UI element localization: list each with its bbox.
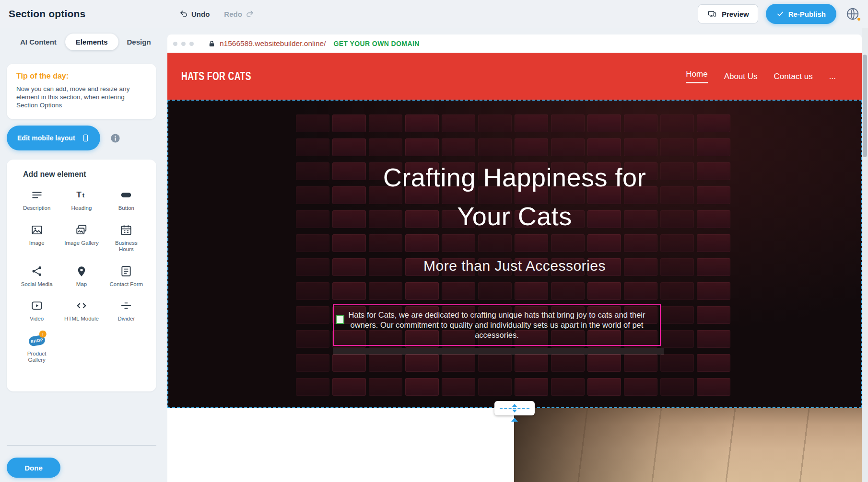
element-contact-form[interactable]: Contact Form [104, 264, 149, 288]
check-icon [776, 10, 784, 18]
info-icon[interactable] [110, 133, 121, 144]
window-dot [173, 42, 177, 46]
done-button[interactable]: Done [7, 458, 60, 478]
hero-tile [515, 354, 548, 372]
section-resize-arrow-icon [511, 418, 518, 422]
scrollbar[interactable] [862, 28, 868, 482]
redo-icon [246, 10, 254, 18]
sidebar-tabs: AI Content Elements Design [13, 34, 158, 50]
hero-heading-line2: Your Cats [457, 202, 572, 230]
image-gallery-icon [73, 222, 90, 238]
hero-tile [660, 306, 694, 324]
hero-subheading[interactable]: More than Just Accessories [167, 258, 862, 274]
hero-tile [369, 115, 402, 132]
element-heading[interactable]: TtHeading [59, 187, 104, 212]
hero-tile [697, 138, 730, 156]
hero-tile [515, 115, 548, 132]
element-label: Product Gallery [19, 351, 55, 364]
redo-button[interactable]: Redo [224, 10, 254, 18]
hero-tile [478, 378, 512, 396]
hero-tile [660, 234, 694, 252]
hero-body-text[interactable]: Hats for Cats, we are dedicated to craft… [339, 310, 655, 340]
element-business-hours[interactable]: Business Hours [104, 222, 149, 253]
element-divider[interactable]: Divider [104, 298, 149, 322]
site-header[interactable]: HATS FOR CATS Home About Us Contact us .… [167, 53, 862, 100]
element-resize-handle[interactable] [336, 315, 344, 324]
section-resize-handle[interactable] [494, 401, 535, 415]
element-product-gallery[interactable]: SHOP↑Product Gallery [14, 333, 59, 364]
scrollbar-thumb[interactable] [863, 55, 867, 157]
tab-elements[interactable]: Elements [65, 34, 118, 50]
hero-tile [405, 354, 439, 372]
site-nav: Home About Us Contact us ... [686, 69, 836, 83]
element-label: Image [29, 240, 45, 247]
hero-tile [478, 115, 512, 132]
hero-tile [405, 234, 439, 252]
element-button[interactable]: Button [104, 187, 149, 212]
hero-tile [405, 282, 439, 300]
hero-tile [405, 115, 439, 132]
hero-tile [296, 354, 329, 372]
hero-tile [624, 138, 657, 156]
hero-tile [551, 115, 585, 132]
hero-tile [624, 234, 657, 252]
nav-contact-us[interactable]: Contact us [774, 71, 813, 81]
hero-tile [660, 330, 694, 348]
hero-tile [405, 138, 439, 156]
hero-tile [369, 234, 402, 252]
hero-tile [332, 378, 366, 396]
hero-tile [515, 282, 548, 300]
element-video[interactable]: Video [14, 298, 59, 322]
hero-tile [405, 378, 439, 396]
hero-tile [697, 378, 730, 396]
hero-tile [587, 115, 621, 132]
element-html-module[interactable]: HTML Module [59, 298, 104, 322]
devices-icon [707, 10, 717, 18]
undo-label: Undo [191, 10, 210, 18]
element-image-gallery[interactable]: Image Gallery [59, 222, 104, 253]
hero-tile [697, 306, 730, 324]
notification-dot [856, 17, 861, 22]
get-domain-link[interactable]: GET YOUR OWN DOMAIN [333, 40, 419, 47]
hero-text-selection[interactable]: Hats for Cats, we are dedicated to craft… [333, 304, 661, 346]
hero-tile [660, 354, 694, 372]
hero-tile [587, 282, 621, 300]
site-logo[interactable]: HATS FOR CATS [181, 70, 251, 82]
element-label: Video [30, 316, 44, 322]
undo-button[interactable]: Undo [179, 10, 210, 18]
tab-ai-content[interactable]: AI Content [13, 34, 63, 50]
preview-button[interactable]: Preview [698, 4, 758, 23]
nav-about-us[interactable]: About Us [724, 71, 758, 81]
tab-design[interactable]: Design [120, 34, 158, 50]
window-dots [173, 42, 194, 46]
hero-tile [478, 138, 512, 156]
nav-home[interactable]: Home [686, 69, 707, 83]
hero-tile [369, 138, 402, 156]
preview-label: Preview [722, 10, 749, 18]
shop-badge: ↑ [39, 330, 46, 337]
hero-tile [515, 234, 548, 252]
hero-tile [660, 378, 694, 396]
hero-tile [587, 234, 621, 252]
element-label: Heading [71, 205, 92, 212]
add-element-title: Add new element [23, 170, 149, 179]
site-url[interactable]: n1566589.websitebuilder.online/ [220, 39, 326, 48]
hero-tile [296, 282, 329, 300]
language-globe-button[interactable] [844, 5, 861, 23]
element-map[interactable]: Map [59, 264, 104, 288]
pavement-photo [514, 408, 862, 482]
republish-button[interactable]: Re-Publish [766, 4, 836, 24]
hero-tile [442, 138, 475, 156]
hero-tile [296, 234, 329, 252]
ghost-bar [333, 348, 664, 355]
element-description[interactable]: Description [14, 187, 59, 212]
edit-mobile-layout-button[interactable]: Edit mobile layout [7, 126, 100, 150]
hero-tile [332, 115, 366, 132]
hero-section[interactable]: Crafting Happiness for Your Cats More th… [167, 100, 862, 408]
hero-tile [660, 282, 694, 300]
element-social-media[interactable]: Social Media [14, 264, 59, 288]
element-image[interactable]: Image [14, 222, 59, 253]
hero-heading[interactable]: Crafting Happiness for Your Cats [167, 158, 862, 236]
image-icon [29, 222, 45, 238]
nav-more[interactable]: ... [829, 71, 836, 81]
